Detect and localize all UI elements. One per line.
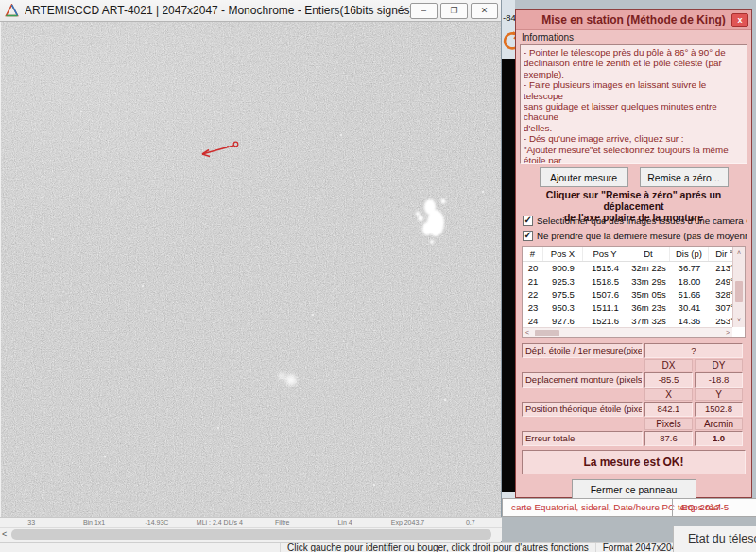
remise-a-zero-button[interactable]: Remise a zéro... bbox=[640, 167, 729, 187]
telescope-state-panel: Etat du télescope bbox=[673, 526, 756, 552]
app-status-bar: Click gauche pour identifier ou bouger, … bbox=[0, 542, 673, 552]
status-readout: MLi : 2.4 DL/s 4 bbox=[188, 518, 250, 527]
status-lin: Lin 4 bbox=[314, 518, 376, 527]
table-horizontal-scrollbar[interactable]: < > bbox=[523, 327, 732, 337]
deplacement-label: Deplacement monture (pixels) bbox=[522, 372, 643, 388]
dialog-titlebar: Mise en station (Méthode de King) x bbox=[516, 10, 751, 30]
close-icon[interactable]: ✕ bbox=[471, 3, 498, 19]
checkbox-ccd-images[interactable]: ✓ bbox=[523, 216, 533, 226]
col-dt[interactable]: Dt bbox=[627, 247, 670, 261]
checkbox-last-measure[interactable]: ✓ bbox=[523, 231, 533, 241]
scroll-left-icon[interactable]: < bbox=[2, 528, 7, 541]
measure-result-message: La mesure est OK! bbox=[522, 450, 746, 474]
click-help-text: Click gauche pour identifier ou bouger, … bbox=[281, 543, 596, 552]
table-vertical-scrollbar[interactable]: ˄ ˅ bbox=[732, 247, 745, 327]
image-horizontal-scrollbar[interactable]: < bbox=[0, 527, 502, 541]
checkmark-icon: ✓ bbox=[524, 230, 532, 240]
scrollbar-thumb[interactable] bbox=[735, 281, 743, 302]
table-row[interactable]: 22975.51507.635m 05s51.66328°4.0 bbox=[523, 288, 732, 302]
starfield-noise bbox=[1, 22, 501, 517]
informations-label: Informations bbox=[520, 32, 747, 44]
erreur-arcmin-value: 1.0 bbox=[695, 431, 743, 446]
status-binning: Bin 1x1 bbox=[62, 518, 125, 527]
position-x-value: 842.1 bbox=[644, 402, 693, 417]
camera-status-strip: 33 Bin 1x1 -14.93C MLi : 2.4 DL/s 4 Filt… bbox=[0, 517, 502, 527]
image-window-titlebar: ARTEMISCCD ART-4021 | 2047x2047 - Monoch… bbox=[0, 0, 501, 22]
col-dis-p[interactable]: Dis (p) bbox=[670, 247, 709, 261]
erreur-pixels-value: 87.6 bbox=[644, 431, 693, 446]
status-frame-count: 33 bbox=[0, 518, 62, 527]
table-row[interactable]: 21925.31518.533m 29s18.00249°1.5 bbox=[523, 275, 732, 288]
results-fields: Dépl. étoile / 1er mesure(pixels) ? DX D… bbox=[520, 343, 747, 446]
position-y-value: 1502.8 bbox=[695, 402, 743, 417]
checkmark-icon: ✓ bbox=[524, 215, 532, 225]
status-temperature: -14.93C bbox=[126, 518, 188, 527]
table-row[interactable]: 20900.91515.432m 22s36.77213°3.1 bbox=[523, 262, 732, 275]
col-dir[interactable]: Dir ° bbox=[709, 247, 732, 261]
desktop: ARTEMISCCD ART-4021 | 2047x2047 - Monoch… bbox=[0, 0, 756, 552]
depl-label: Dépl. étoile / 1er mesure(pixels) bbox=[522, 343, 643, 358]
telescope-state-title: Etat du télescope bbox=[688, 532, 756, 545]
dialog-close-icon[interactable]: x bbox=[731, 13, 748, 27]
deplacement-dy-value: -18.8 bbox=[695, 372, 743, 388]
dialog-title: Mise en station (Méthode de King) bbox=[541, 13, 726, 26]
pixels-header: Pixels bbox=[644, 418, 693, 430]
ccd-image[interactable] bbox=[1, 22, 501, 517]
scroll-right-icon[interactable]: > bbox=[726, 328, 730, 337]
scrollbar-thumb[interactable] bbox=[11, 529, 491, 540]
chart-status-bar: carte Equatorial, sideral, Date/heure PC… bbox=[502, 498, 756, 517]
position-label: Position théorique étoile (pixels) bbox=[522, 402, 643, 417]
table-row[interactable]: 23950.31511.136m 23s30.41307°2.3 bbox=[523, 302, 732, 315]
equinox-cell: EQ. 2017-5 bbox=[672, 499, 756, 516]
measurements-table: # Pos X Pos Y Dt Dis (p) Dir ° Dis 20900… bbox=[522, 246, 746, 338]
refresh-icon[interactable] bbox=[502, 30, 515, 55]
artemis-logo-icon[interactable] bbox=[5, 4, 19, 17]
scroll-left-icon[interactable]: < bbox=[525, 328, 529, 337]
measure-buttons-row: Ajouter mesure Remise a zéro... bbox=[520, 167, 747, 187]
restore-icon[interactable]: ❐ bbox=[440, 3, 468, 19]
ajouter-mesure-button[interactable]: Ajouter mesure bbox=[540, 167, 628, 187]
arcmin-header: Arcmin bbox=[695, 418, 743, 430]
erreur-label: Erreur totale bbox=[522, 431, 643, 446]
scroll-up-icon[interactable]: ˄ bbox=[733, 247, 745, 259]
status-exp: Exp 2043.7 bbox=[376, 518, 438, 527]
deplacement-dx-value: -85.5 bbox=[644, 372, 693, 388]
col-num[interactable]: # bbox=[523, 247, 543, 261]
instructions-text: - Pointer le télescope près du pôle à 86… bbox=[520, 44, 747, 164]
caption-buttons: – ❐ ✕ bbox=[410, 3, 498, 19]
status-misc: 0.7 bbox=[439, 518, 502, 527]
y-header: Y bbox=[695, 388, 743, 401]
fermer-panneau-button[interactable]: Fermer ce panneau bbox=[572, 479, 696, 500]
mise-en-station-dialog: Mise en station (Méthode de King) x Info… bbox=[515, 9, 752, 498]
checkbox-row-last-measure[interactable]: ✓ Ne prendre que la derniere mesure (pas… bbox=[520, 229, 747, 242]
scroll-down-icon[interactable]: ˅ bbox=[733, 315, 745, 327]
col-pos-y[interactable]: Pos Y bbox=[583, 247, 627, 261]
col-pos-x[interactable]: Pos X bbox=[543, 247, 583, 261]
dx-header: DX bbox=[644, 359, 693, 371]
window-title: ARTEMISCCD ART-4021 | 2047x2047 - Monoch… bbox=[25, 4, 410, 17]
coordinate-readout: -84 bbox=[503, 12, 515, 23]
dy-header: DY bbox=[695, 359, 743, 371]
table-content: # Pos X Pos Y Dt Dis (p) Dir ° Dis 20900… bbox=[523, 247, 732, 327]
status-empty-cell bbox=[0, 543, 281, 552]
checkbox-row-ccd[interactable]: ✓ Selectionner que des images issues d'u… bbox=[520, 214, 747, 227]
format-text: Format 2047x2047x1 [Entie bbox=[596, 543, 673, 552]
reset-instruction: Cliquer sur "Remise à zéro" aprés un dép… bbox=[520, 189, 747, 212]
checkbox-ccd-label: Selectionner que des images issues d'une… bbox=[537, 216, 747, 226]
table-header: # Pos X Pos Y Dt Dis (p) Dir ° Dis bbox=[523, 247, 732, 262]
background-window-strip: -84 bbox=[502, 0, 515, 498]
status-filter: Filtre bbox=[251, 518, 314, 527]
scrollbar-thumb[interactable] bbox=[535, 330, 559, 336]
minimize-icon[interactable]: – bbox=[410, 3, 438, 19]
sky-chart-background bbox=[502, 59, 515, 492]
checkbox-last-measure-label: Ne prendre que la derniere mesure (pas d… bbox=[537, 231, 747, 241]
ccd-image-window: ARTEMISCCD ART-4021 | 2047x2047 - Monoch… bbox=[0, 0, 502, 542]
dialog-body: Informations - Pointer le télescope près… bbox=[516, 30, 751, 500]
depl-value: ? bbox=[644, 343, 743, 358]
x-header: X bbox=[644, 388, 693, 401]
table-row[interactable]: 24927.61521.637m 32s14.36253°1.0 bbox=[523, 315, 732, 327]
